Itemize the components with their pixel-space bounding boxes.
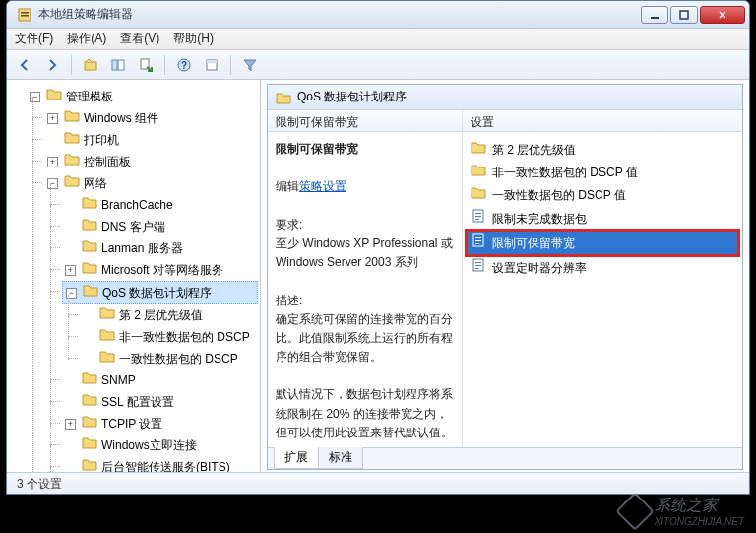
settings-item-label: 非一致性数据包的 DSCP 值 <box>492 164 638 181</box>
tree-item[interactable]: +控制面板 <box>44 151 258 172</box>
close-button[interactable] <box>700 6 745 24</box>
watermark-sub: XITONGZHIJIA.NET <box>655 516 745 527</box>
filter-button[interactable] <box>238 53 262 77</box>
tree-item[interactable]: −QoS 数据包计划程序 <box>62 281 258 304</box>
svg-rect-7 <box>118 60 124 70</box>
collapse-icon[interactable]: − <box>47 178 58 189</box>
settings-item[interactable]: 设置定时器分辨率 <box>467 255 738 280</box>
folder-icon <box>82 392 97 412</box>
toolbar-separator <box>71 55 72 75</box>
menu-view[interactable]: 查看(V) <box>120 31 159 47</box>
tree-item[interactable]: +TCPIP 设置 <box>62 413 258 434</box>
settings-item-label: 第 2 层优先级值 <box>492 141 576 159</box>
maximize-button[interactable] <box>670 6 698 24</box>
app-icon <box>17 7 32 23</box>
svg-rect-19 <box>475 240 481 241</box>
show-hide-tree-button[interactable] <box>106 53 130 77</box>
tree-item-label: QoS 数据包计划程序 <box>102 283 212 302</box>
client-area: −管理模板+Windows 组件打印机+控制面板−网络BranchCacheDN… <box>7 80 749 472</box>
tree-item-label: 非一致性数据包的 DSCP <box>119 327 250 347</box>
settings-item[interactable]: 限制未完成数据包 <box>467 206 738 231</box>
menu-action[interactable]: 操作(A) <box>67 31 106 47</box>
expand-icon[interactable]: + <box>65 419 76 430</box>
export-list-button[interactable] <box>134 53 158 77</box>
tree-item[interactable]: 第 2 层优先级值 <box>80 304 258 326</box>
svg-rect-20 <box>475 243 479 244</box>
tree-item[interactable]: +Microsoft 对等网络服务 <box>62 259 258 281</box>
tree-item[interactable]: −网络 <box>44 172 258 194</box>
window-title: 本地组策略编辑器 <box>38 6 641 23</box>
help-button[interactable]: ? <box>172 53 196 77</box>
tree-item[interactable]: 打印机 <box>44 129 258 151</box>
menu-file[interactable]: 文件(F) <box>15 31 53 47</box>
folder-icon <box>471 140 486 159</box>
tree-item-label: BranchCache <box>101 195 173 215</box>
expand-icon[interactable]: + <box>47 113 58 124</box>
tree-item-label: 第 2 层优先级值 <box>119 305 203 325</box>
toolbar-separator <box>230 55 231 75</box>
tree-root-item[interactable]: −管理模板 <box>27 86 258 107</box>
svg-text:?: ? <box>181 60 187 71</box>
tree-pane[interactable]: −管理模板+Windows 组件打印机+控制面板−网络BranchCacheDN… <box>7 80 261 472</box>
menu-bar: 文件(F) 操作(A) 查看(V) 帮助(H) <box>7 29 749 50</box>
tree-item-label: TCPIP 设置 <box>101 414 162 433</box>
expander-blank <box>65 243 76 254</box>
settings-item[interactable]: 限制可保留带宽 <box>467 231 738 255</box>
settings-item[interactable]: 第 2 层优先级值 <box>467 138 738 161</box>
desc-col-head: 限制可保留带宽 <box>268 110 462 132</box>
tree-item[interactable]: Windows立即连接 <box>62 434 258 456</box>
menu-help[interactable]: 帮助(H) <box>173 31 214 47</box>
tree-item[interactable]: BranchCache <box>62 194 258 216</box>
policy-icon <box>471 257 486 278</box>
back-button[interactable] <box>13 53 36 77</box>
tab-standard[interactable]: 标准 <box>318 447 363 469</box>
tree-item[interactable]: SSL 配置设置 <box>62 391 258 413</box>
tree-item[interactable]: 后台智能传送服务(BITS) <box>62 456 258 472</box>
status-bar: 3 个设置 <box>7 472 749 494</box>
status-text: 3 个设置 <box>17 477 62 491</box>
folder-icon <box>276 91 291 104</box>
folder-icon <box>64 173 80 193</box>
edit-policy-link[interactable]: 策略设置 <box>299 179 346 193</box>
up-button[interactable] <box>79 53 102 77</box>
tree-item[interactable]: Lanman 服务器 <box>62 237 258 259</box>
expand-icon[interactable]: + <box>47 157 58 167</box>
tree-item[interactable]: +Windows 组件 <box>44 107 258 129</box>
svg-rect-15 <box>475 216 481 217</box>
forward-button[interactable] <box>40 53 64 77</box>
folder-icon <box>64 108 80 128</box>
svg-rect-3 <box>651 17 659 19</box>
expand-icon[interactable]: + <box>65 265 76 276</box>
minimize-button[interactable] <box>641 6 668 24</box>
list-col-head: 设置 <box>463 110 742 132</box>
app-window: 本地组策略编辑器 文件(F) 操作(A) 查看(V) 帮助(H) ? −管理模板… <box>6 0 750 495</box>
requirements-text: 至少 Windows XP Professional 或 Windows Ser… <box>276 236 453 269</box>
tree-item[interactable]: 一致性数据包的 DSCP <box>80 348 258 369</box>
tree-item-label: Microsoft 对等网络服务 <box>101 260 223 280</box>
tree-item[interactable]: DNS 客户端 <box>62 216 258 237</box>
expander-blank <box>47 135 58 146</box>
expander-blank <box>65 462 76 473</box>
right-header-title: QoS 数据包计划程序 <box>297 89 407 105</box>
tree-item[interactable]: 非一致性数据包的 DSCP <box>80 326 258 348</box>
folder-icon <box>82 414 97 433</box>
description-body: 限制可保留带宽 编辑策略设置 要求: 至少 Windows XP Profess… <box>268 132 462 447</box>
requirements-label: 要求: <box>276 218 302 232</box>
svg-rect-22 <box>475 262 481 263</box>
properties-button[interactable] <box>200 53 223 77</box>
settings-list[interactable]: 第 2 层优先级值非一致性数据包的 DSCP 值一致性数据包的 DSCP 值限制… <box>463 132 742 286</box>
folder-icon <box>82 217 97 236</box>
tree-item-label: 管理模板 <box>66 87 113 106</box>
tree-item-label: DNS 客户端 <box>101 217 165 236</box>
right-box: QoS 数据包计划程序 限制可保留带宽 限制可保留带宽 编辑策略设置 要求: 至… <box>267 84 743 470</box>
collapse-icon[interactable]: − <box>30 92 40 102</box>
settings-item-label: 设置定时器分辨率 <box>492 259 587 277</box>
title-bar[interactable]: 本地组策略编辑器 <box>7 1 749 29</box>
tree-item[interactable]: SNMP <box>62 369 258 391</box>
settings-item[interactable]: 非一致性数据包的 DSCP 值 <box>467 161 738 183</box>
tree-item-label: SNMP <box>101 370 136 390</box>
watermark-main: 系统之家 <box>655 497 718 513</box>
settings-item[interactable]: 一致性数据包的 DSCP 值 <box>467 183 738 206</box>
right-pane: QoS 数据包计划程序 限制可保留带宽 限制可保留带宽 编辑策略设置 要求: 至… <box>261 80 749 472</box>
tab-extended[interactable]: 扩展 <box>274 447 319 469</box>
